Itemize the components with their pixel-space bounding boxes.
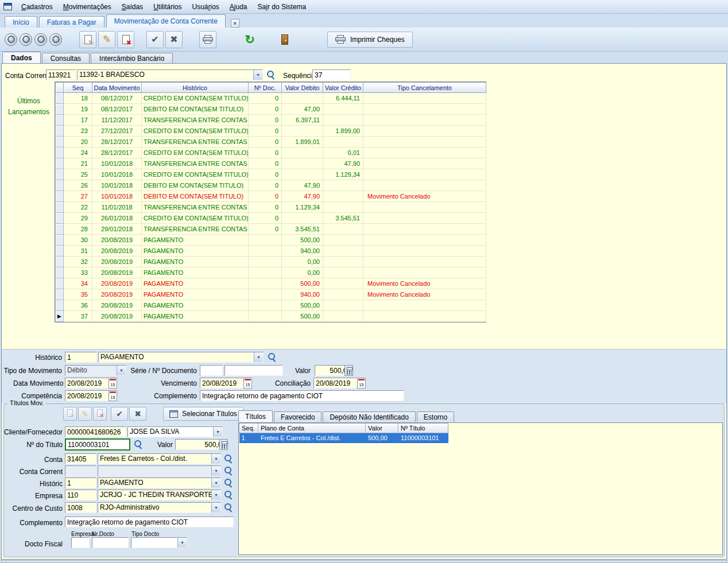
row-marker-cell[interactable] bbox=[56, 180, 64, 191]
table-row[interactable]: 2211/01/2018TRANSFERENCIA ENTRE CONTAS01… bbox=[56, 202, 486, 213]
cell-historico[interactable]: CREDITO EM CONTA(SEM TITULO) bbox=[142, 213, 249, 224]
titulos-cancel-button[interactable]: ✖ bbox=[129, 407, 146, 421]
row-marker-cell[interactable] bbox=[56, 224, 64, 235]
row-marker-cell[interactable] bbox=[56, 137, 64, 147]
conta-combo[interactable]: Fretes E Carretos - Col./dist. ▼ bbox=[98, 453, 221, 464]
cell-seq[interactable]: 25 bbox=[64, 169, 92, 180]
table-row[interactable]: 1908/12/2017DEBITO EM CONTA(SEM TITULO)0… bbox=[56, 104, 486, 115]
num-documento-input[interactable] bbox=[224, 365, 283, 376]
row-marker-cell[interactable] bbox=[56, 147, 64, 158]
table-row[interactable]: 2610/01/2018DEBITO EM CONTA(SEM TITULO)0… bbox=[56, 180, 486, 191]
row-marker-cell[interactable] bbox=[56, 115, 64, 126]
historico-combo[interactable]: PAGAMENTO ▼ bbox=[98, 352, 264, 363]
row-marker-cell[interactable] bbox=[56, 213, 64, 224]
titulos-edit-button[interactable]: ✎ bbox=[78, 407, 92, 421]
menu-utilitarios[interactable]: Utilitários bbox=[148, 1, 187, 13]
tab-intercambio-bancario[interactable]: Intercâmbio Bancário bbox=[91, 53, 173, 63]
row-marker-cell[interactable] bbox=[56, 267, 64, 278]
cell-historico[interactable]: TRANSFERENCIA ENTRE CONTAS bbox=[142, 158, 249, 169]
column-header-valor-credito[interactable]: Valor Crédito bbox=[323, 83, 363, 93]
cell-historico[interactable]: CREDITO EM CONTA(SEM TITULO) bbox=[142, 169, 249, 180]
cell-debito[interactable]: 500,00 bbox=[282, 235, 323, 246]
table-row[interactable]: ▶3720/08/2019PAGAMENTO500,00 bbox=[56, 311, 486, 322]
cell-debito[interactable]: 500,00 bbox=[282, 311, 323, 322]
cell-credito[interactable]: 0,01 bbox=[323, 147, 363, 158]
table-row[interactable]: 1711/12/2017TRANSFERENCIA ENTRE CONTAS06… bbox=[56, 115, 486, 126]
cell-cancel[interactable] bbox=[363, 104, 486, 115]
chevron-down-icon[interactable]: ▼ bbox=[211, 454, 220, 464]
cell-data[interactable]: 08/12/2017 bbox=[92, 104, 142, 115]
column-header-tipo-cancelamento[interactable]: Tipo Cancelamento bbox=[363, 83, 486, 93]
cell-cancel[interactable]: Movimento Cancelado bbox=[363, 289, 486, 300]
cell-debito[interactable] bbox=[282, 169, 323, 180]
cell-cancel[interactable] bbox=[363, 158, 486, 169]
table-row[interactable]: 2829/01/2018TRANSFERENCIA ENTRE CONTAS03… bbox=[56, 224, 486, 235]
table-row[interactable]: 2028/12/2017TRANSFERENCIA ENTRE CONTAS01… bbox=[56, 137, 486, 147]
cliente-code-input[interactable] bbox=[65, 426, 126, 437]
search-icon[interactable] bbox=[223, 490, 233, 500]
refresh-button[interactable]: ↻ bbox=[241, 31, 258, 48]
table-row[interactable]: 2926/01/2018CREDITO EM CONTA(SEM TITULO)… bbox=[56, 213, 486, 224]
sequencia-input[interactable] bbox=[312, 69, 351, 80]
cell-credito[interactable]: 1.899,00 bbox=[323, 126, 363, 137]
cell-data[interactable]: 27/12/2017 bbox=[92, 126, 142, 137]
table-row[interactable]: 3020/08/2019PAGAMENTO500,00 bbox=[56, 235, 486, 246]
column-header-seq[interactable]: Seq bbox=[64, 83, 92, 93]
chevron-down-icon[interactable]: ▼ bbox=[211, 503, 220, 512]
docto-empresa-input[interactable] bbox=[71, 537, 90, 548]
column-header-valor[interactable]: Valor bbox=[366, 424, 398, 433]
cell-titulo[interactable]: 11000003101 bbox=[398, 433, 448, 443]
cell-credito[interactable] bbox=[323, 300, 363, 311]
cell-data[interactable]: 20/08/2019 bbox=[92, 300, 142, 311]
cell-debito[interactable] bbox=[282, 158, 323, 169]
nav-first-button[interactable] bbox=[5, 33, 17, 46]
cell-credito[interactable] bbox=[323, 202, 363, 213]
centro-custo-code-input[interactable] bbox=[65, 502, 96, 513]
cell-data[interactable]: 28/12/2017 bbox=[92, 137, 142, 147]
cell-credito[interactable] bbox=[323, 289, 363, 300]
search-icon[interactable] bbox=[223, 453, 233, 464]
calendar-icon[interactable]: 15 bbox=[243, 378, 252, 389]
tab-consultas[interactable]: Consultas bbox=[42, 53, 90, 63]
cell-data[interactable]: 11/01/2018 bbox=[92, 202, 142, 213]
cell-debito[interactable]: 0,00 bbox=[282, 257, 323, 267]
cell-cancel[interactable] bbox=[363, 137, 486, 147]
cell-seq[interactable]: 29 bbox=[64, 213, 92, 224]
cell-debito[interactable] bbox=[282, 147, 323, 158]
cell-seq[interactable]: 26 bbox=[64, 180, 92, 191]
calculator-icon[interactable] bbox=[219, 439, 228, 450]
cell-historico[interactable]: TRANSFERENCIA ENTRE CONTAS bbox=[142, 137, 249, 147]
historico-code-input[interactable] bbox=[65, 352, 97, 363]
cell-data[interactable]: 10/01/2018 bbox=[92, 180, 142, 191]
table-row[interactable]: 2428/12/2017CREDITO EM CONTA(SEM TITULO)… bbox=[56, 147, 486, 158]
column-header-num-doc[interactable]: Nº Doc. bbox=[249, 83, 282, 93]
cell-seq[interactable]: 22 bbox=[64, 202, 92, 213]
cell-doc[interactable]: 0 bbox=[249, 213, 282, 224]
docto-tipo-combo[interactable]: ▼ bbox=[131, 537, 187, 548]
cell-cancel[interactable] bbox=[363, 126, 486, 137]
cell-debito[interactable]: 940,00 bbox=[282, 289, 323, 300]
cell-historico[interactable]: PAGAMENTO bbox=[142, 235, 249, 246]
serie-input[interactable] bbox=[200, 365, 223, 376]
cell-historico[interactable]: PAGAMENTO bbox=[142, 257, 249, 267]
row-marker-cell[interactable] bbox=[56, 278, 64, 289]
cell-doc[interactable]: 0 bbox=[249, 180, 282, 191]
cell-data[interactable]: 20/08/2019 bbox=[92, 267, 142, 278]
cell-debito[interactable] bbox=[282, 93, 323, 104]
menu-cadastros[interactable]: Cadastros bbox=[16, 1, 58, 13]
cell-credito[interactable] bbox=[323, 278, 363, 289]
cell-seq[interactable]: 32 bbox=[64, 257, 92, 267]
cell-doc[interactable] bbox=[249, 267, 282, 278]
cell-cancel[interactable]: Movimento Cancelado bbox=[363, 191, 486, 202]
row-marker-cell[interactable] bbox=[56, 289, 64, 300]
close-tab-icon[interactable]: ✕ bbox=[231, 19, 239, 28]
search-icon[interactable] bbox=[223, 465, 233, 476]
historico-combo[interactable]: PAGAMENTO ▼ bbox=[98, 477, 221, 488]
cell-credito[interactable] bbox=[323, 115, 363, 126]
cell-data[interactable]: 20/08/2019 bbox=[92, 235, 142, 246]
empresa-combo[interactable]: JCRJO - JC THEDIN TRANSPORTES LTD ▼ bbox=[98, 490, 221, 500]
cell-credito[interactable] bbox=[323, 104, 363, 115]
cell-credito[interactable]: 47,90 bbox=[323, 158, 363, 169]
cell-doc[interactable] bbox=[249, 311, 282, 322]
chevron-down-icon[interactable]: ▼ bbox=[177, 538, 187, 548]
